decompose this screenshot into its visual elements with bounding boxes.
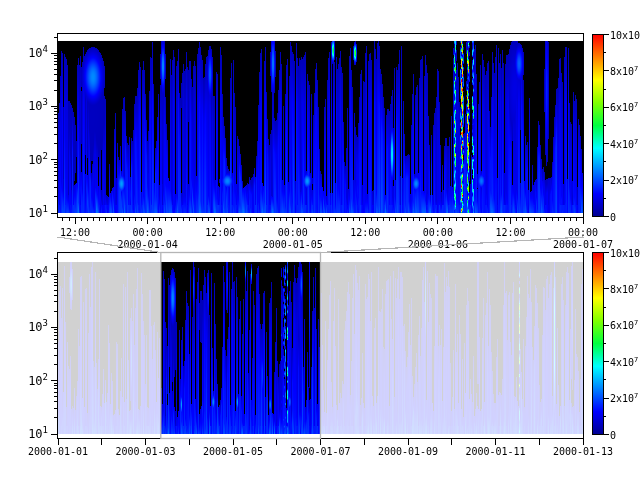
spectrogram-plot-window: 10110210310410110210310412:0000:002000-0… [0,0,640,480]
y-tick-label: 103 [28,318,48,334]
colorbar-tick-label: 6x107 [610,319,638,331]
axes-overlay: 10110210310410110210310412:0000:002000-0… [0,0,640,480]
x-tick-date-label: 2000-01-03 [115,446,175,457]
x-tick-time-label: 00:00 [278,227,308,238]
x-tick-date-label: 2000-01-13 [553,446,613,457]
x-tick-date-label: 2000-01-07 [290,446,350,457]
colorbar-tick-label: 2x107 [610,392,638,404]
x-tick-date-label: 2000-01-11 [465,446,525,457]
colorbar [593,253,604,435]
colorbar-tick-label: 10x107 [610,28,640,40]
colorbar-tick-label: 6x107 [610,101,638,113]
zoom-interval-highlight[interactable] [161,253,321,439]
x-tick-date-label: 2000-01-01 [28,446,88,457]
y-tick-label: 104 [28,44,48,60]
y-tick-label: 101 [28,425,48,441]
x-tick-date-label: 2000-01-07 [553,239,613,250]
y-tick-label: 103 [28,97,48,113]
x-tick-time-label: 12:00 [495,227,525,238]
colorbar-tick-label: 0 [610,430,616,441]
plot-frame [58,34,584,218]
colorbar-tick-label: 4x107 [610,138,638,150]
colorbar-tick-label: 10x107 [610,246,640,258]
colorbar [593,35,604,217]
y-tick-label: 102 [28,372,48,388]
y-tick-label: 101 [28,204,48,220]
x-tick-time-label: 00:00 [133,227,163,238]
colorbar-tick-label: 4x107 [610,356,638,368]
x-tick-time-label: 00:00 [423,227,453,238]
x-tick-time-label: 12:00 [60,227,90,238]
x-tick-time-label: 12:00 [205,227,235,238]
x-tick-date-label: 2000-01-05 [203,446,263,457]
x-tick-time-label: 12:00 [350,227,380,238]
y-tick-label: 104 [28,265,48,281]
colorbar-tick-label: 2x107 [610,174,638,186]
colorbar-tick-label: 8x107 [610,283,638,295]
x-tick-date-label: 2000-01-09 [378,446,438,457]
colorbar-tick-label: 8x107 [610,65,638,77]
colorbar-tick-label: 0 [610,212,616,223]
y-tick-label: 102 [28,151,48,167]
x-tick-time-label: 00:00 [568,227,598,238]
x-tick-date-label: 2000-01-05 [263,239,323,250]
